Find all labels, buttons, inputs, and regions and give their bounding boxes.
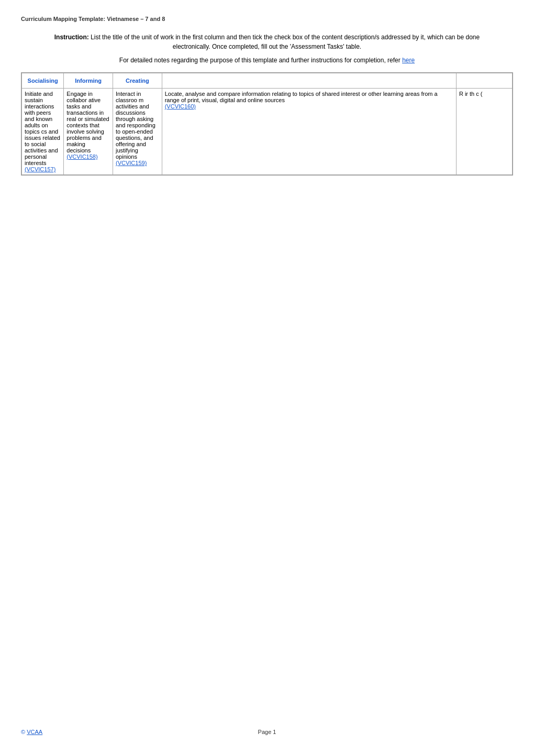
instruction-text: List the title of the unit of work in th… <box>89 34 480 50</box>
detail-note: For detailed notes regarding the purpose… <box>21 57 513 64</box>
instruction-block: Instruction: List the title of the unit … <box>52 32 482 51</box>
th-informing: Informing <box>64 73 113 89</box>
th-creating: Creating <box>113 73 162 89</box>
vcvic159-link[interactable]: (VCVIC159) <box>116 160 147 166</box>
cell-socialising: Initiate and sustain interactions with p… <box>22 89 64 175</box>
instruction-bold: Instruction: <box>54 34 89 41</box>
th-creating-label: Creating <box>126 78 149 84</box>
cell-creating-text: Interact in classroo m activities and di… <box>116 91 155 160</box>
cell-informing: Engage in collabor ative tasks and trans… <box>64 89 113 175</box>
header-title: Curriculum Mapping Template: Vietnamese … <box>21 16 513 22</box>
cell-locating-text: Locate, analyse and compare information … <box>165 91 438 103</box>
cell-right: R ir th c ( <box>456 89 512 175</box>
table-container: Socialising Informing Creating Initiate … <box>21 72 513 176</box>
th-locating <box>162 73 456 89</box>
page-number: Page 1 <box>0 729 534 735</box>
th-socialising: Socialising <box>22 73 64 89</box>
table-row: Initiate and sustain interactions with p… <box>22 89 513 175</box>
th-informing-label: Informing <box>75 78 102 84</box>
main-table: Socialising Informing Creating Initiate … <box>21 73 513 175</box>
here-link[interactable]: here <box>402 57 415 64</box>
page-number-text: Page 1 <box>258 729 276 735</box>
page-wrapper: Curriculum Mapping Template: Vietnamese … <box>0 0 534 756</box>
cell-creating: Interact in classroo m activities and di… <box>113 89 162 175</box>
th-socialising-label: Socialising <box>28 78 58 84</box>
th-right <box>456 73 512 89</box>
cell-locating: Locate, analyse and compare information … <box>162 89 456 175</box>
header-title-text: Curriculum Mapping Template: Vietnamese … <box>21 16 165 22</box>
cell-right-text: R ir th c ( <box>459 91 483 97</box>
cell-socialising-text: Initiate and sustain interactions with p… <box>25 91 60 166</box>
detail-note-text: For detailed notes regarding the purpose… <box>119 57 402 64</box>
vcvic157-link[interactable]: (VCVIC157) <box>25 166 55 172</box>
vcvic160-link[interactable]: (VCVIC160) <box>165 103 196 109</box>
header-row: Socialising Informing Creating <box>22 73 513 89</box>
vcvic158-link[interactable]: (VCVIC158) <box>66 154 97 160</box>
cell-informing-text: Engage in collabor ative tasks and trans… <box>66 91 109 154</box>
